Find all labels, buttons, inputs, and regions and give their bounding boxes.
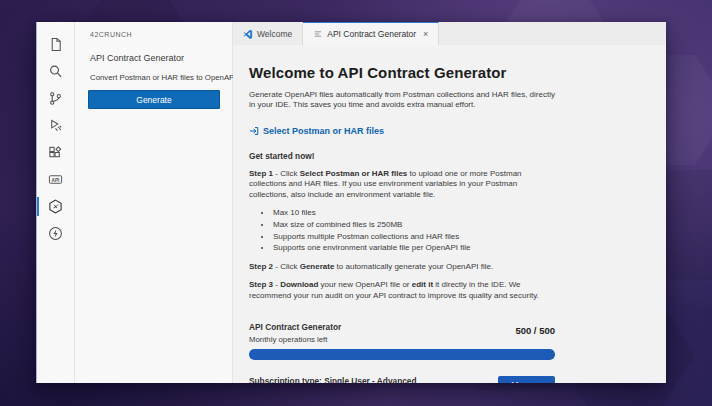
step1-text: Step 1 - Click Select Postman or HAR fil… xyxy=(249,169,555,201)
sidebar-extension-subtitle: Convert Postman or HAR files to OpenAPI. xyxy=(90,73,217,82)
extensions-icon[interactable] xyxy=(37,139,74,166)
get-started-heading: Get started now! xyxy=(249,151,555,161)
select-files-label: Select Postman or HAR files xyxy=(263,126,384,136)
step3-text: Step 3 - Download your new OpenAPI file … xyxy=(249,280,555,301)
generate-button[interactable]: Generate xyxy=(88,90,220,109)
operations-progress-bar xyxy=(249,349,555,360)
vscode-window: API 42CRUNCH API Contract Generator Conv… xyxy=(36,22,666,383)
preview-lines-icon xyxy=(313,29,323,39)
list-item: Max 10 files xyxy=(272,207,555,219)
usage-section: API Contract Generator Monthly operation… xyxy=(249,322,555,344)
webview-content: Welcome to API Contract Generator Genera… xyxy=(233,45,666,383)
run-debug-icon[interactable] xyxy=(37,112,74,139)
page-title: Welcome to API Contract Generator xyxy=(249,64,555,81)
subscription-section: Subscription type: Single User - Advance… xyxy=(249,376,555,383)
svg-text:API: API xyxy=(52,178,60,183)
activity-bar: API xyxy=(37,22,75,383)
tab-active-label: API Contract Generator xyxy=(327,29,416,39)
list-item: Supports multiple Postman collections an… xyxy=(272,231,555,243)
42crunch-icon[interactable] xyxy=(37,193,74,220)
tab-welcome[interactable]: Welcome xyxy=(233,22,303,45)
list-item: Max size of combined files is 250MB xyxy=(272,219,555,231)
sidebar-extension-title: API Contract Generator xyxy=(90,53,217,63)
sidebar-panel: 42CRUNCH API Contract Generator Convert … xyxy=(75,22,233,383)
thunder-client-icon[interactable] xyxy=(37,220,74,247)
list-item: Supports one environment variable file p… xyxy=(272,242,555,254)
progress-fill xyxy=(249,349,555,360)
search-icon[interactable] xyxy=(37,58,74,85)
subscription-title: Subscription type: Single User - Advance… xyxy=(249,376,417,383)
sidebar-header: 42CRUNCH xyxy=(75,22,232,38)
explorer-icon[interactable] xyxy=(37,31,74,58)
tab-close-icon[interactable]: × xyxy=(423,30,428,39)
tab-api-contract-generator[interactable]: API Contract Generator × xyxy=(303,22,439,45)
limits-list: Max 10 files Max size of combined files … xyxy=(264,207,555,253)
manage-button[interactable]: Manage xyxy=(498,376,555,383)
vscode-logo-icon xyxy=(243,29,253,39)
usage-count: 500 / 500 xyxy=(515,322,555,336)
usage-subtitle: Monthly operations left xyxy=(249,335,341,344)
intro-text: Generate OpenAPI files automatically fro… xyxy=(249,90,555,111)
source-control-icon[interactable] xyxy=(37,85,74,112)
step2-text: Step 2 - Click Generate to automatically… xyxy=(249,262,555,273)
select-files-link[interactable]: Select Postman or HAR files xyxy=(249,126,555,136)
tab-bar: Welcome API Contract Generator × xyxy=(233,22,666,45)
editor-group: Welcome API Contract Generator × Welcome… xyxy=(233,22,666,383)
openapi-icon[interactable]: API xyxy=(37,166,74,193)
usage-title: API Contract Generator xyxy=(249,322,341,332)
import-icon xyxy=(249,126,259,136)
tab-welcome-label: Welcome xyxy=(257,29,292,39)
